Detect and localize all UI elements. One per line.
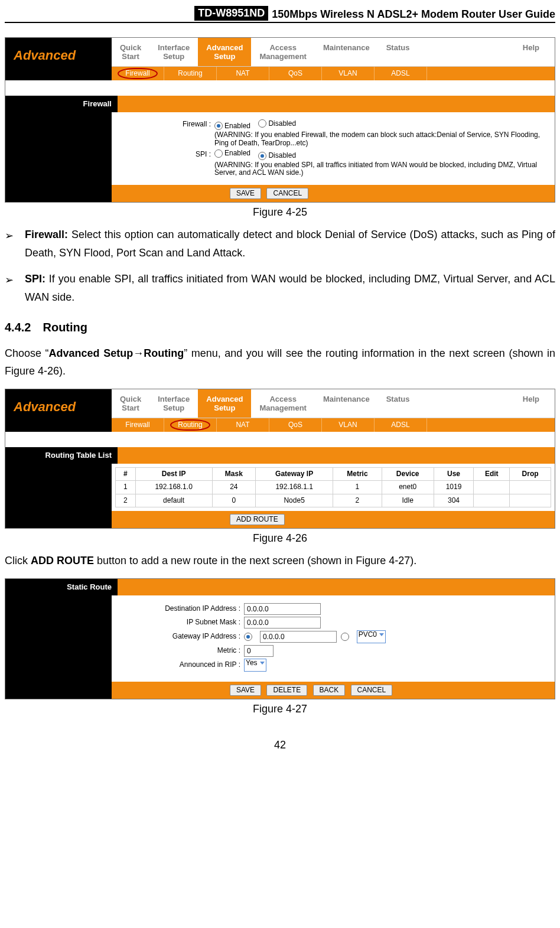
bullet-spi-text: If you enable SPI, all traffics initiate… (25, 273, 555, 303)
bullet-arrow-icon: ➢ (5, 270, 25, 306)
subtab-qos[interactable]: QoS (269, 67, 322, 80)
dest-ip-label: Destination IP Address : (116, 605, 244, 613)
rt-r1-c3: Node5 (256, 494, 333, 507)
gateway-pvc-value: PVC0 (359, 630, 377, 639)
routing-table: # Dest IP Mask Gateway IP Metric Device … (115, 467, 551, 507)
spi-disabled-radio[interactable]: Disabled (258, 152, 296, 160)
save-button[interactable]: SAVE (230, 685, 261, 696)
metric-label: Metric : (116, 647, 244, 655)
subtab-vlan[interactable]: VLAN (322, 67, 375, 80)
radio-dot-off-icon (214, 149, 223, 158)
bullet-arrow-icon: ➢ (5, 226, 25, 262)
section-band (118, 96, 555, 112)
left-black-panel (5, 185, 112, 202)
subtab-adsl[interactable]: ADSL (375, 418, 427, 432)
back-button[interactable]: BACK (313, 685, 346, 696)
gateway-ip-radio[interactable] (244, 633, 254, 641)
heading-4-4-2: 4.4.2 Routing (5, 317, 555, 337)
tab-status[interactable]: Status (378, 389, 418, 418)
gap-row (5, 432, 555, 447)
tab-advanced-setup[interactable]: Advanced Setup (198, 389, 251, 418)
subtab-routing[interactable]: Routing (164, 67, 217, 80)
chevron-down-icon (379, 633, 384, 636)
bullet-firewall: ➢ Firewall: Select this option can autom… (5, 226, 555, 262)
rt-r1-c7 (474, 494, 510, 507)
firewall-disabled-text: Disabled (268, 120, 296, 128)
brand-label: Advanced (5, 38, 76, 63)
section-label-static-route: Static Route (5, 579, 118, 595)
tab-maintenance[interactable]: Maintenance (315, 389, 378, 418)
firewall-enabled-radio[interactable]: Enabled (214, 122, 250, 130)
table-row: 1 192.168.1.0 24 192.168.1.1 1 enet0 101… (116, 481, 551, 494)
subtab-fill (427, 67, 555, 80)
click-addroute-bold: ADD ROUTE (31, 555, 94, 566)
caption-fig-4-25: Figure 4-25 (5, 206, 555, 219)
rt-r0-c8 (510, 481, 551, 494)
metric-input[interactable] (244, 645, 274, 657)
spi-disabled-text: Disabled (268, 152, 296, 159)
subtab-nat[interactable]: NAT (217, 67, 269, 80)
tab-quick-start[interactable]: Quick Start (112, 389, 149, 418)
rt-r1-c0: 2 (116, 494, 136, 507)
tab-help[interactable]: Help (515, 389, 555, 418)
gateway-ip-input[interactable] (260, 631, 337, 643)
rt-h-8: Drop (510, 468, 551, 481)
tab-quick-start[interactable]: Quick Start (112, 38, 149, 66)
rt-r1-c6: 304 (434, 494, 474, 507)
left-black-panel (5, 595, 112, 682)
delete-button[interactable]: DELETE (266, 685, 307, 696)
tab-help[interactable]: Help (515, 38, 555, 66)
rt-h-0: # (116, 468, 136, 481)
bullet-firewall-text: Select this option can automatically det… (25, 229, 555, 259)
rt-h-3: Gateway IP (256, 468, 333, 481)
rt-r1-c2: 0 (212, 494, 255, 507)
dest-ip-input[interactable] (244, 603, 321, 615)
nav-left-panel: Advanced (5, 389, 112, 432)
subtab-nat[interactable]: NAT (217, 418, 269, 432)
radio-dot-on-icon (258, 152, 266, 160)
spi-enabled-radio[interactable]: Enabled (214, 149, 250, 158)
cancel-button[interactable]: CANCEL (351, 685, 393, 696)
click-addroute-pre: Click (5, 555, 31, 566)
cancel-button[interactable]: CANCEL (266, 188, 308, 199)
tab-maintenance[interactable]: Maintenance (315, 38, 378, 66)
screenshot-fig-4-26: Advanced Quick Start Interface Setup Adv… (5, 389, 555, 529)
rt-h-5: Device (382, 468, 434, 481)
mask-input[interactable] (244, 617, 321, 629)
subtab-firewall[interactable]: Firewall (112, 67, 164, 80)
section-band (118, 579, 555, 595)
tab-access-management[interactable]: Access Management (251, 389, 314, 418)
routing-intro-pre: Choose “ (5, 347, 49, 359)
screenshot-fig-4-25: Advanced Quick Start Interface Setup Adv… (5, 37, 555, 203)
tab-interface-setup[interactable]: Interface Setup (149, 389, 198, 418)
rip-value: Yes (246, 659, 258, 667)
section-label-routing: Routing Table List (5, 447, 118, 464)
gateway-pvc-radio[interactable] (341, 633, 351, 641)
save-button[interactable]: SAVE (230, 188, 261, 199)
firewall-label: Firewall : (116, 119, 214, 128)
gateway-label: Gateway IP Address : (116, 633, 244, 640)
rip-select[interactable]: Yes (244, 659, 266, 672)
tab-interface-setup[interactable]: Interface Setup (149, 38, 198, 66)
radio-dot-off-icon (341, 633, 349, 641)
add-route-button[interactable]: ADD ROUTE (230, 514, 285, 525)
subtab-vlan[interactable]: VLAN (322, 418, 375, 432)
tab-status[interactable]: Status (378, 38, 418, 66)
doc-title: 150Mbps Wireless N ADSL2+ Modem Router U… (272, 8, 555, 21)
subtab-firewall[interactable]: Firewall (112, 418, 164, 432)
tab-access-management[interactable]: Access Management (251, 38, 314, 66)
subtab-adsl[interactable]: ADSL (375, 67, 427, 80)
rip-label: Announced in RIP : (116, 661, 244, 669)
top-tabs: Quick Start Interface Setup Advanced Set… (112, 38, 555, 67)
bullet-firewall-label: Firewall: (25, 229, 68, 240)
rt-h-6: Use (434, 468, 474, 481)
subtab-routing[interactable]: Routing (164, 418, 217, 432)
firewall-disabled-radio[interactable]: Disabled (258, 119, 296, 128)
page-number: 42 (5, 739, 555, 751)
subtab-qos[interactable]: QoS (269, 418, 322, 432)
gateway-pvc-select[interactable]: PVC0 (357, 630, 386, 643)
sub-tabs-fig25: Firewall Routing NAT QoS VLAN ADSL (112, 67, 555, 80)
rt-r0-c2: 24 (212, 481, 255, 494)
tab-advanced-setup[interactable]: Advanced Setup (198, 38, 251, 66)
firewall-warning: (WARNING: If you enabled Firewall, the m… (214, 131, 550, 146)
